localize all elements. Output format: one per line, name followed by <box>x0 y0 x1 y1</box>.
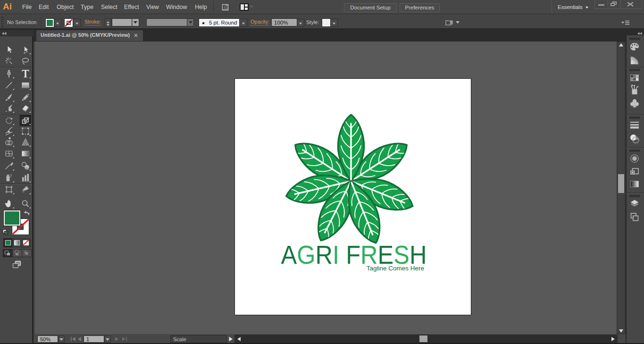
svg-text:Tagline Comes Here: Tagline Comes Here <box>367 265 424 272</box>
